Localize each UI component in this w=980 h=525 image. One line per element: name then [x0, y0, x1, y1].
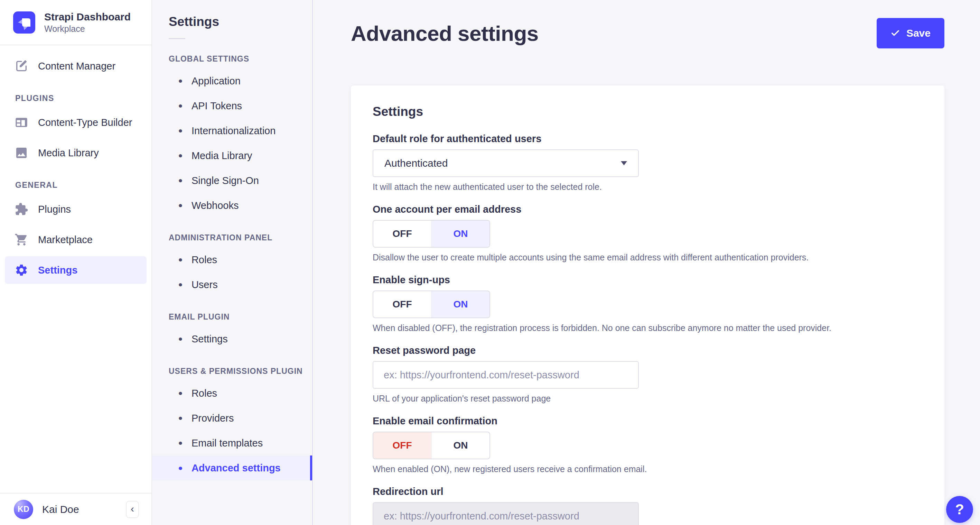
- subnav-item-label: Single Sign-On: [191, 175, 259, 187]
- toggle-on-option[interactable]: ON: [431, 432, 490, 459]
- default-role-hint: It will attach the new authenticated use…: [373, 182, 923, 192]
- subnav-item-email-settings[interactable]: •Settings: [152, 327, 312, 351]
- subnav-section-administration-panel: ADMINISTRATION PANEL •Roles •Users: [152, 233, 312, 297]
- subnav-item-up-roles[interactable]: •Roles: [152, 381, 312, 406]
- one-account-toggle: OFF ON: [373, 220, 490, 247]
- subnav-section-label: EMAIL PLUGIN: [169, 312, 312, 322]
- page-header: Advanced settings Save: [351, 18, 944, 48]
- subnav-divider: [169, 38, 185, 39]
- avatar[interactable]: KD: [14, 500, 33, 519]
- sidebar-item-marketplace[interactable]: Marketplace: [5, 226, 146, 254]
- reset-password-input[interactable]: [373, 361, 639, 389]
- save-button[interactable]: Save: [877, 18, 944, 48]
- sidebar-item-label: Marketplace: [38, 234, 93, 246]
- subnav-item-label: Media Library: [191, 150, 252, 161]
- subnav-item-label: Internationalization: [191, 125, 275, 137]
- one-account-label: One account per email address: [373, 203, 923, 215]
- email-confirmation-hint: When enabled (ON), new registered users …: [373, 464, 923, 474]
- sign-ups-toggle: OFF ON: [373, 290, 490, 318]
- puzzle-icon: [14, 202, 29, 216]
- subnav-item-label: Roles: [191, 254, 217, 266]
- gear-icon: [14, 263, 29, 277]
- sidebar-item-label: Media Library: [38, 147, 99, 159]
- workspace-label: Workplace: [44, 23, 130, 35]
- edit-square-icon: [14, 59, 29, 73]
- sidebar-item-content-manager[interactable]: Content Manager: [5, 52, 146, 80]
- toggle-on-option[interactable]: ON: [431, 291, 490, 318]
- main-content: Advanced settings Save Settings Default …: [313, 0, 980, 525]
- default-role-value: Authenticated: [384, 157, 448, 169]
- subnav-item-api-tokens[interactable]: •API Tokens: [152, 93, 312, 118]
- default-role-select[interactable]: Authenticated: [373, 149, 639, 177]
- subnav-title: Settings: [169, 14, 312, 29]
- sidebar-item-label: Content Manager: [38, 61, 115, 72]
- reset-password-hint: URL of your application's reset password…: [373, 393, 923, 404]
- subnav-item-admin-users[interactable]: •Users: [152, 272, 312, 297]
- email-confirmation-label: Enable email confirmation: [373, 415, 923, 427]
- field-redirection-url: Redirection url: [373, 485, 923, 525]
- sign-ups-label: Enable sign-ups: [373, 274, 923, 286]
- subnav-item-internationalization[interactable]: •Internationalization: [152, 118, 312, 143]
- subnav-section-users-permissions: USERS & PERMISSIONS PLUGIN •Roles •Provi…: [152, 367, 312, 480]
- subnav-item-media-library[interactable]: •Media Library: [152, 143, 312, 168]
- app-title: Strapi Dashboard: [44, 10, 130, 24]
- sidebar-item-label: Plugins: [38, 204, 71, 215]
- help-button[interactable]: ?: [946, 496, 973, 523]
- subnav-item-webhooks[interactable]: •Webhooks: [152, 193, 312, 218]
- sidebar-item-label: Content-Type Builder: [38, 117, 132, 128]
- toggle-off-option[interactable]: OFF: [373, 432, 431, 459]
- bullet-icon: •: [178, 75, 183, 87]
- toggle-off-option[interactable]: OFF: [373, 221, 431, 247]
- subnav-section-label: ADMINISTRATION PANEL: [169, 233, 312, 243]
- toggle-off-option[interactable]: OFF: [373, 291, 431, 318]
- subnav-item-label: Webhooks: [191, 200, 239, 211]
- chevron-down-icon: [621, 161, 627, 165]
- subnav-item-advanced-settings[interactable]: •Advanced settings: [152, 455, 312, 480]
- avatar-initials: KD: [18, 504, 29, 514]
- subnav-item-label: Roles: [191, 388, 217, 399]
- save-button-label: Save: [906, 27, 931, 39]
- bullet-icon: •: [178, 150, 183, 161]
- bullet-icon: •: [178, 175, 183, 187]
- sidebar-nav: Content Manager PLUGINS Content-Type Bui…: [0, 45, 151, 493]
- bullet-icon: •: [178, 279, 183, 290]
- sidebar-item-plugins[interactable]: Plugins: [5, 195, 146, 223]
- main-sidebar: Strapi Dashboard Workplace Content Manag…: [0, 0, 152, 525]
- redirection-url-input: [373, 502, 639, 525]
- sidebar-section-general: GENERAL: [15, 180, 146, 190]
- bullet-icon: •: [178, 437, 183, 449]
- collapse-sidebar-button[interactable]: ‹: [126, 501, 139, 518]
- subnav-item-label: Users: [191, 279, 218, 290]
- sidebar-item-label: Settings: [38, 265, 78, 276]
- brand-header[interactable]: Strapi Dashboard Workplace: [0, 0, 151, 45]
- field-enable-email-confirmation: Enable email confirmation OFF ON When en…: [373, 415, 923, 474]
- bullet-icon: •: [178, 412, 183, 424]
- app-root: Strapi Dashboard Workplace Content Manag…: [0, 0, 980, 525]
- settings-subnav: Settings GLOBAL SETTINGS •Application •A…: [152, 0, 313, 525]
- subnav-item-label: Settings: [191, 334, 228, 345]
- subnav-section-email-plugin: EMAIL PLUGIN •Settings: [152, 312, 312, 351]
- sidebar-item-content-type-builder[interactable]: Content-Type Builder: [5, 109, 146, 136]
- subnav-item-label: Providers: [191, 413, 234, 424]
- bullet-icon: •: [178, 462, 183, 474]
- field-reset-password-page: Reset password page URL of your applicat…: [373, 345, 923, 404]
- chevron-left-icon: ‹: [130, 504, 134, 514]
- toggle-on-option[interactable]: ON: [431, 221, 490, 247]
- subnav-item-providers[interactable]: •Providers: [152, 406, 312, 431]
- card-title: Settings: [373, 104, 923, 119]
- email-confirmation-toggle: OFF ON: [373, 432, 490, 459]
- subnav-item-email-templates[interactable]: •Email templates: [152, 431, 312, 455]
- subnav-item-single-sign-on[interactable]: •Single Sign-On: [152, 168, 312, 193]
- bullet-icon: •: [178, 199, 183, 211]
- sidebar-item-media-library[interactable]: Media Library: [5, 139, 146, 167]
- cart-icon: [14, 233, 29, 247]
- page-title: Advanced settings: [351, 21, 539, 46]
- field-enable-sign-ups: Enable sign-ups OFF ON When disabled (OF…: [373, 274, 923, 333]
- bullet-icon: •: [178, 125, 183, 137]
- subnav-item-application[interactable]: •Application: [152, 69, 312, 93]
- subnav-item-admin-roles[interactable]: •Roles: [152, 247, 312, 272]
- strapi-logo-icon: [13, 11, 35, 34]
- subnav-item-label: Email templates: [191, 437, 263, 449]
- sidebar-item-settings[interactable]: Settings: [5, 256, 146, 284]
- default-role-label: Default role for authenticated users: [373, 133, 923, 145]
